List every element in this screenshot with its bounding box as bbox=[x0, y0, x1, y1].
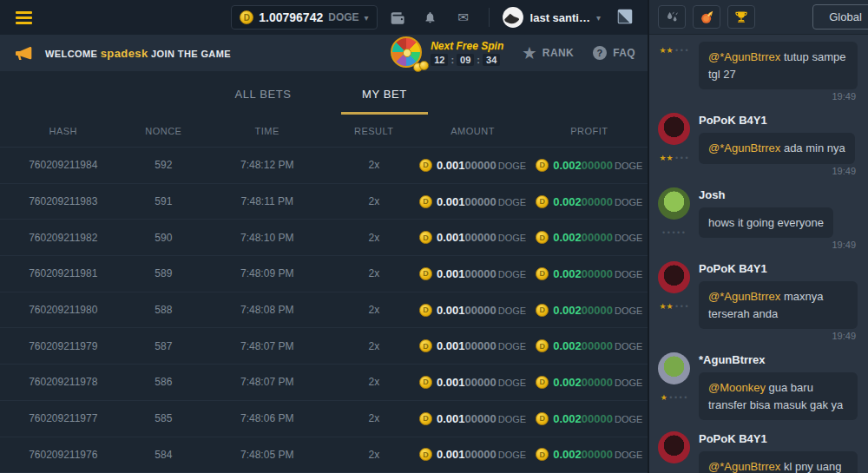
doge-coin-icon: D bbox=[536, 376, 549, 389]
fireball-icon bbox=[700, 10, 714, 24]
cell-time: 7:48:07 PM bbox=[201, 376, 333, 388]
trophy-button[interactable] bbox=[727, 5, 755, 29]
free-spin-widget[interactable]: Next Free Spin 12: 09: 34 bbox=[391, 36, 503, 69]
chat-message[interactable]: ★★ • • • PoPoK B4Y1 @*AgunBtrrex ada min… bbox=[656, 113, 861, 176]
chat-messages: ★★ • • • @*AgunBtrrex tutup sampe tgl 27… bbox=[649, 35, 868, 473]
cell-time: 7:48:12 PM bbox=[201, 159, 333, 171]
doge-coin-icon: D bbox=[536, 304, 549, 317]
rain-button[interactable] bbox=[658, 5, 686, 29]
cell-profit: D 0.00200000DOGE bbox=[531, 231, 648, 244]
cell-amount: D 0.00100000DOGE bbox=[414, 231, 530, 244]
table-row[interactable]: 760209211976 584 7:48:05 PM 2x D 0.00100… bbox=[0, 437, 648, 473]
tab-my-bet[interactable]: MY BET bbox=[341, 76, 428, 115]
amount-sub: 00000 bbox=[465, 339, 496, 352]
message-left-column: ★★ • • • bbox=[656, 261, 691, 341]
star-icon: ★ bbox=[523, 46, 536, 61]
table-row[interactable]: 760209211981 589 7:48:09 PM 2x D 0.00100… bbox=[0, 256, 648, 292]
message-body: *AgunBtrrex @Moonkey gua baru transfer b… bbox=[699, 352, 861, 420]
cell-nonce: 584 bbox=[126, 449, 201, 461]
cell-hash: 760209211983 bbox=[0, 195, 126, 207]
message-author: PoPoK B4Y1 bbox=[699, 262, 858, 275]
message-left-column: • • • • • bbox=[656, 187, 691, 251]
profit-currency: DOGE bbox=[615, 305, 642, 316]
table-row[interactable]: 760209211982 590 7:48:10 PM 2x D 0.00100… bbox=[0, 220, 648, 256]
messages-button[interactable]: ✉ bbox=[450, 5, 477, 30]
amount-main: 0.001 bbox=[437, 159, 465, 172]
mention-link[interactable]: @*AgunBtrrex bbox=[708, 50, 784, 63]
wallet-icon bbox=[390, 11, 404, 24]
user-rating: ★★ • • • bbox=[659, 468, 687, 473]
chat-message[interactable]: ★★ • • • PoPoK B4Y1 @*AgunBtrrex maxnya … bbox=[656, 261, 861, 341]
star-icon: ★ bbox=[659, 154, 666, 162]
amount-main: 0.001 bbox=[437, 339, 465, 352]
cell-amount: D 0.00100000DOGE bbox=[414, 267, 530, 280]
bell-icon bbox=[424, 10, 437, 24]
user-rating: ★★ • • • bbox=[659, 149, 687, 163]
rank-link[interactable]: ★ RANK bbox=[523, 46, 574, 61]
mention-link[interactable]: @Moonkey bbox=[708, 381, 769, 394]
amount-main: 0.001 bbox=[437, 376, 465, 389]
amount-sub: 00000 bbox=[465, 267, 496, 280]
amount-main: 0.001 bbox=[437, 231, 465, 244]
table-row[interactable]: 760209211984 592 7:48:12 PM 2x D 0.00100… bbox=[0, 148, 648, 184]
column-header-amount: AMOUNT bbox=[414, 126, 530, 136]
user-name: last santi… bbox=[530, 11, 590, 24]
cell-result: 2x bbox=[333, 340, 414, 352]
table-row[interactable]: 760209211978 586 7:48:07 PM 2x D 0.00100… bbox=[0, 365, 648, 401]
cell-nonce: 585 bbox=[126, 412, 201, 424]
star-icon: ★ bbox=[667, 154, 674, 162]
table-row[interactable]: 760209211980 588 7:48:08 PM 2x D 0.00100… bbox=[0, 292, 648, 329]
profit-main: 0.002 bbox=[553, 159, 582, 172]
profit-currency: DOGE bbox=[615, 341, 642, 351]
user-rating: ★★ • • • bbox=[659, 42, 687, 56]
chat-message[interactable]: ★★ • • • PoPoK B4Y1 @*AgunBtrrex kl pny … bbox=[656, 431, 861, 473]
doge-coin-icon: D bbox=[419, 412, 432, 425]
column-header-hash: HASH bbox=[0, 126, 126, 136]
wallet-button[interactable] bbox=[385, 5, 411, 30]
notifications-button[interactable] bbox=[418, 5, 444, 30]
profit-main: 0.002 bbox=[553, 195, 582, 208]
top-bar-right: D 1.00796742 DOGE ▾ ✉ last santi… bbox=[231, 5, 637, 30]
cell-profit: D 0.00200000DOGE bbox=[531, 339, 648, 352]
star-icon: ★ bbox=[659, 46, 666, 55]
doge-coin-icon: D bbox=[419, 231, 432, 244]
cell-amount: D 0.00100000DOGE bbox=[414, 339, 530, 352]
cell-hash: 760209211980 bbox=[0, 304, 126, 316]
chat-message[interactable]: • • • • • Josh hows it going everyone 19… bbox=[656, 187, 861, 251]
user-menu[interactable]: last santi… ▾ bbox=[502, 6, 601, 29]
profit-sub: 00000 bbox=[582, 412, 613, 425]
avatar bbox=[658, 431, 690, 463]
amount-main: 0.001 bbox=[437, 195, 465, 208]
table-row[interactable]: 760209211977 585 7:48:06 PM 2x D 0.00100… bbox=[0, 401, 648, 437]
message-text: hows it going everyone bbox=[708, 216, 824, 229]
profit-main: 0.002 bbox=[553, 376, 582, 389]
cell-amount: D 0.00100000DOGE bbox=[414, 159, 530, 172]
chat-channel-selector[interactable]: Global bbox=[812, 4, 868, 30]
table-row[interactable]: 760209211983 591 7:48:11 PM 2x D 0.00100… bbox=[0, 184, 648, 220]
mention-link[interactable]: @*AgunBtrrex bbox=[708, 141, 784, 154]
column-header-profit: PROFIT bbox=[531, 126, 648, 136]
empty-star-icon: • bbox=[683, 302, 688, 311]
user-rating: • • • • • bbox=[662, 224, 685, 238]
fireball-button[interactable] bbox=[693, 5, 720, 29]
mention-link[interactable]: @*AgunBtrrex bbox=[708, 460, 784, 473]
chat-message[interactable]: ★ • • • • *AgunBtrrex @Moonkey gua baru … bbox=[656, 352, 861, 420]
message-author: PoPoK B4Y1 bbox=[699, 114, 858, 127]
balance-selector[interactable]: D 1.00796742 DOGE ▾ bbox=[231, 5, 377, 30]
cell-time: 7:48:05 PM bbox=[201, 449, 333, 461]
chat-toggle-button[interactable] bbox=[613, 6, 637, 29]
faq-link[interactable]: ? FAQ bbox=[593, 46, 635, 60]
amount-main: 0.001 bbox=[437, 448, 465, 461]
doge-coin-icon: D bbox=[419, 339, 432, 352]
cell-profit: D 0.00200000DOGE bbox=[531, 159, 648, 172]
tab-all-bets[interactable]: ALL BETS bbox=[220, 76, 306, 115]
message-body: Josh hows it going everyone 19:49 bbox=[699, 187, 861, 251]
menu-button[interactable] bbox=[14, 8, 34, 28]
mention-link[interactable]: @*AgunBtrrex bbox=[708, 290, 784, 303]
message-left-column: ★★ • • • bbox=[656, 42, 691, 102]
faq-label: FAQ bbox=[613, 47, 635, 59]
chat-message[interactable]: ★★ • • • @*AgunBtrrex tutup sampe tgl 27… bbox=[656, 42, 861, 102]
cell-amount: D 0.00100000DOGE bbox=[414, 376, 530, 389]
table-row[interactable]: 760209211979 587 7:48:07 PM 2x D 0.00100… bbox=[0, 328, 648, 365]
message-author: *AgunBtrrex bbox=[699, 353, 858, 366]
